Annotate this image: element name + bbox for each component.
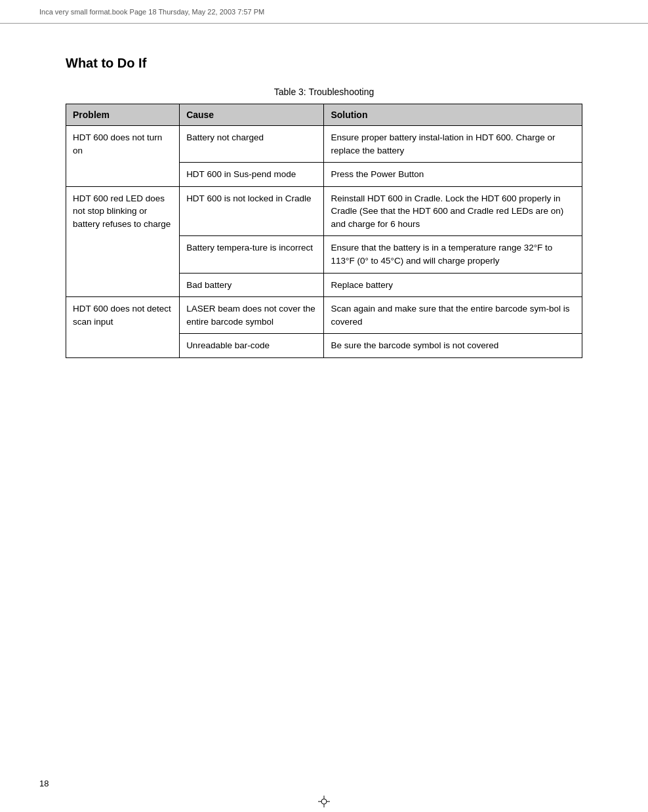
cell-solution: Be sure the barcode symbol is not covere… xyxy=(324,334,582,358)
cell-cause: Battery tempera-ture is incorrect xyxy=(180,236,324,273)
table-caption: Table 3: Troubleshooting xyxy=(66,87,582,97)
header-text: Inca very small format.book Page 18 Thur… xyxy=(39,8,264,16)
header-cause: Cause xyxy=(180,104,324,126)
cell-cause: HDT 600 in Sus-pend mode xyxy=(180,163,324,187)
cell-cause: Unreadable bar-code xyxy=(180,334,324,358)
cell-solution: Replace battery xyxy=(324,273,582,297)
table-header-row: Problem Cause Solution xyxy=(66,104,582,126)
cell-solution: Ensure that the battery is in a temperat… xyxy=(324,236,582,273)
table-row: HDT 600 red LED does not stop blinking o… xyxy=(66,186,582,236)
bottom-center-mark xyxy=(318,796,330,809)
cell-problem: HDT 600 red LED does not stop blinking o… xyxy=(66,186,180,296)
header-problem: Problem xyxy=(66,104,180,126)
header-bar: Inca very small format.book Page 18 Thur… xyxy=(0,0,648,24)
header-solution: Solution xyxy=(324,104,582,126)
page-number: 18 xyxy=(39,779,49,788)
cell-cause: Bad battery xyxy=(180,273,324,297)
cell-cause: Battery not charged xyxy=(180,126,324,163)
cell-problem: HDT 600 does not turn on xyxy=(66,126,180,187)
cell-cause: LASER beam does not cover the entire bar… xyxy=(180,297,324,334)
page-container: Inca very small format.book Page 18 Thur… xyxy=(0,0,648,812)
troubleshoot-table: Problem Cause Solution HDT 600 does not … xyxy=(66,104,582,358)
cell-solution: Press the Power Button xyxy=(324,163,582,187)
cell-problem: HDT 600 does not detect scan input xyxy=(66,297,180,358)
content-area: What to Do If Table 3: Troubleshooting P… xyxy=(39,56,609,358)
svg-point-40 xyxy=(321,799,327,804)
table-row: HDT 600 does not turn onBattery not char… xyxy=(66,126,582,163)
cell-solution: Ensure proper battery instal-lation in H… xyxy=(324,126,582,163)
cell-solution: Reinstall HDT 600 in Cradle. Lock the HD… xyxy=(324,186,582,236)
cell-cause: HDT 600 is not locked in Cradle xyxy=(180,186,324,236)
table-row: HDT 600 does not detect scan inputLASER … xyxy=(66,297,582,334)
cell-solution: Scan again and make sure that the entire… xyxy=(324,297,582,334)
section-title: What to Do If xyxy=(66,56,582,71)
